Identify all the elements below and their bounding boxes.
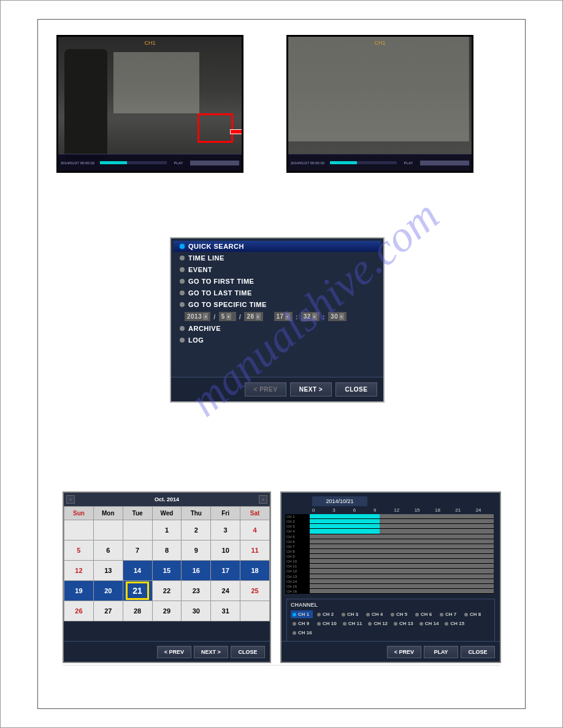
cal-day[interactable]: 23 — [182, 581, 211, 601]
tl-row[interactable] — [310, 514, 494, 518]
cal-day[interactable]: 30 — [182, 601, 211, 621]
tl-ch-label: CH 5 — [285, 534, 310, 539]
tl-row[interactable] — [310, 589, 494, 593]
cal-day[interactable]: 10 — [211, 540, 240, 561]
channel-button[interactable]: CH 9 — [291, 620, 313, 628]
cal-day[interactable]: 7 — [123, 540, 152, 561]
tl-ch-label: CH 9 — [285, 554, 310, 559]
tl-row[interactable] — [310, 564, 494, 568]
cal-day[interactable]: 2 — [182, 520, 211, 540]
cal-day[interactable]: 20 — [93, 581, 123, 601]
channel-button[interactable]: CH 6 — [413, 610, 435, 618]
cal-day[interactable]: 22 — [152, 581, 182, 601]
tl-row[interactable] — [310, 544, 494, 548]
channel-button[interactable]: CH 2 — [315, 610, 337, 618]
menu-log[interactable]: LOG — [174, 335, 381, 346]
next-button[interactable]: NEXT > — [290, 382, 332, 396]
channel-button[interactable]: CH 12 — [366, 620, 389, 628]
menu-archive[interactable]: ARCHIVE — [174, 323, 381, 334]
cal-next-month[interactable]: ◦ — [259, 495, 267, 504]
cal-day[interactable]: 21 — [123, 581, 152, 601]
menu-quick-search[interactable]: QUICK SEARCH — [174, 241, 381, 252]
year-select[interactable]: 2013▾ — [185, 312, 210, 321]
channel-button[interactable]: CH 14 — [418, 620, 441, 628]
zoom-selection-box — [197, 113, 233, 143]
channel-button[interactable]: CH 11 — [341, 620, 364, 628]
menu-time-line[interactable]: TIME LINE — [174, 252, 381, 264]
channel-button[interactable]: CH 15 — [443, 620, 466, 628]
menu-goto-last[interactable]: GO TO LAST TIME — [174, 287, 381, 298]
tl-row[interactable] — [310, 584, 494, 588]
cal-day[interactable]: 13 — [93, 561, 123, 581]
cal-day[interactable]: 18 — [240, 561, 270, 581]
cal-day[interactable]: 17 — [211, 561, 240, 581]
cal-day[interactable]: 24 — [211, 581, 240, 601]
channel-button[interactable]: CH 7 — [438, 610, 460, 618]
playback-controls[interactable] — [190, 161, 239, 165]
cal-day[interactable]: 14 — [123, 561, 152, 581]
cal-day[interactable]: 11 — [240, 540, 270, 561]
cal-prev-month[interactable]: ◦ — [66, 495, 75, 504]
channel-button[interactable]: CH 10 — [315, 620, 339, 628]
channel-button[interactable]: CH 13 — [392, 620, 415, 628]
cal-title: Oct. 2014 — [155, 496, 179, 502]
channel-title: CHANNEL — [291, 602, 491, 608]
second-select[interactable]: 30▾ — [328, 312, 347, 321]
tl-row[interactable] — [310, 534, 494, 539]
cal-day[interactable]: 6 — [93, 540, 123, 561]
cal-day[interactable]: 25 — [240, 581, 270, 601]
menu-goto-specific[interactable]: GO TO SPECIFIC TIME — [174, 299, 381, 310]
channel-button[interactable]: CH 16 — [291, 629, 314, 637]
playback-controls[interactable] — [420, 161, 469, 165]
cal-day[interactable]: 19 — [64, 581, 94, 601]
tl-close-button[interactable]: CLOSE — [461, 646, 495, 658]
tl-play-button[interactable]: PLAY — [424, 646, 458, 658]
tl-ch-label: CH 14 — [285, 579, 310, 584]
cal-day[interactable]: 31 — [211, 601, 240, 621]
tl-row[interactable] — [310, 524, 494, 528]
cal-day[interactable]: 5 — [64, 540, 94, 561]
cal-prev-button[interactable]: < PREV — [157, 646, 191, 658]
tl-row[interactable] — [310, 549, 494, 553]
cal-day[interactable]: 3 — [211, 520, 240, 540]
cal-day[interactable]: 8 — [152, 540, 182, 561]
cal-day[interactable]: 16 — [182, 561, 211, 581]
cal-close-button[interactable]: CLOSE — [231, 646, 265, 658]
menu-event[interactable]: EVENT — [174, 264, 381, 275]
cal-day[interactable]: 29 — [152, 601, 182, 621]
tl-row[interactable] — [310, 529, 494, 533]
prev-button[interactable]: < PREV — [245, 382, 286, 396]
cal-day[interactable]: 1 — [152, 520, 182, 540]
tl-row[interactable] — [310, 574, 494, 578]
cal-day[interactable]: 26 — [64, 601, 94, 621]
cal-day[interactable]: 9 — [182, 540, 211, 561]
tl-row[interactable] — [310, 554, 494, 558]
tl-row[interactable] — [310, 539, 494, 544]
progress-bar[interactable] — [100, 161, 167, 164]
cal-day[interactable]: 27 — [93, 601, 123, 621]
tl-prev-button[interactable]: < PREV — [387, 646, 421, 658]
channel-button[interactable]: CH 3 — [340, 610, 362, 618]
tl-row[interactable] — [310, 579, 494, 583]
cal-day[interactable]: 12 — [64, 561, 94, 581]
tl-ch-label: CH 2 — [285, 519, 310, 524]
channel-button[interactable]: CH 1 — [291, 610, 313, 618]
channel-button[interactable]: CH 4 — [364, 610, 386, 618]
channel-button[interactable]: CH 8 — [462, 610, 484, 618]
tl-row[interactable] — [310, 519, 494, 523]
tl-row[interactable] — [310, 559, 494, 563]
cal-day[interactable]: 15 — [152, 561, 182, 581]
channel-button[interactable]: CH 5 — [389, 610, 411, 618]
cal-day[interactable]: 4 — [240, 520, 270, 540]
cal-next-button[interactable]: NEXT > — [194, 646, 228, 658]
progress-bar[interactable] — [330, 161, 397, 164]
cal-day[interactable]: 28 — [123, 601, 152, 621]
month-select[interactable]: 5▾ — [219, 312, 236, 321]
day-select[interactable]: 28▾ — [244, 312, 262, 321]
close-button[interactable]: CLOSE — [335, 382, 377, 396]
tl-row[interactable] — [310, 569, 494, 573]
minute-select[interactable]: 32▾ — [301, 312, 320, 321]
hour-select[interactable]: 17▾ — [274, 312, 293, 321]
menu-goto-first[interactable]: GO TO FIRST TIME — [174, 276, 381, 287]
playback-bar: 2014/01/27 00:00:02 PLAY — [58, 154, 242, 171]
